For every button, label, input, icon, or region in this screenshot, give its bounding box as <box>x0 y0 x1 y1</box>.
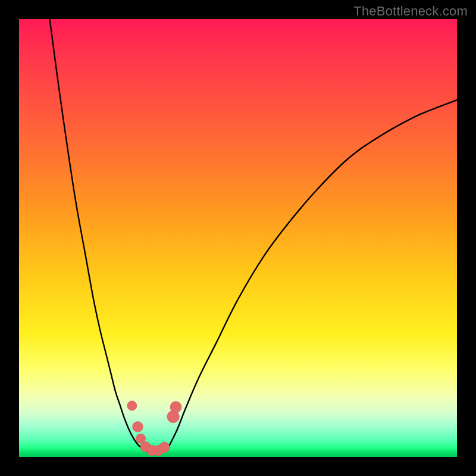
plot-area <box>19 19 457 457</box>
curve-marker <box>170 402 181 413</box>
curve-marker <box>133 421 143 432</box>
curve-marker <box>159 442 170 453</box>
curve-layer <box>19 19 457 457</box>
chart-frame: TheBottleneck.com <box>0 0 476 476</box>
curve-markers <box>127 401 181 456</box>
bottleneck-curve <box>50 19 457 453</box>
watermark-text: TheBottleneck.com <box>353 4 468 19</box>
curve-marker <box>127 401 137 411</box>
